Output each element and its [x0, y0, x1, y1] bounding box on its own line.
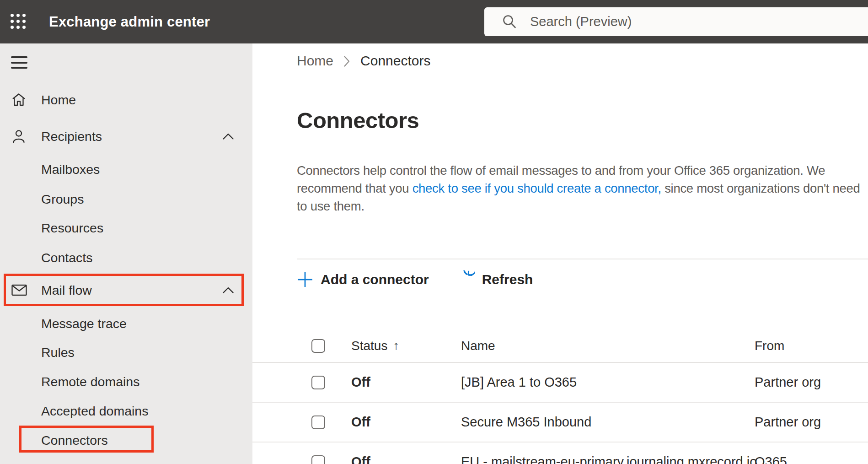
connectors-table: Status ↑ Name From Off [JB] Area 1 to O3…	[252, 329, 868, 464]
column-header-name[interactable]: Name	[461, 339, 755, 353]
toolbar-top-divider	[297, 259, 868, 259]
home-icon	[11, 93, 26, 107]
sidebar-item-resources[interactable]: Resources	[0, 213, 252, 243]
sidebar-item-mailboxes[interactable]: Mailboxes	[0, 155, 252, 184]
chevron-up-icon[interactable]	[222, 286, 234, 294]
row-name: EU - mailstream-eu-primary.journaling.mx…	[461, 454, 755, 464]
row-from: Partner org	[755, 415, 868, 430]
breadcrumb-current: Connectors	[360, 53, 430, 69]
app-title: Exchange admin center	[49, 0, 210, 43]
sidebar-item-label: Connectors	[0, 433, 108, 448]
refresh-icon	[456, 270, 475, 289]
table-header-row: Status ↑ Name From	[252, 329, 868, 363]
refresh-button[interactable]: Refresh	[456, 270, 533, 289]
mail-icon	[11, 285, 27, 296]
row-checkbox[interactable]	[311, 376, 325, 389]
global-search[interactable]	[484, 7, 868, 36]
status-header-label: Status	[351, 339, 387, 353]
top-app-bar: Exchange admin center	[0, 0, 868, 43]
sidebar-item-label: Rules	[0, 345, 75, 360]
sidebar-item-home[interactable]: Home	[0, 83, 252, 116]
sort-up-icon: ↑	[393, 339, 399, 353]
page-title: Connectors	[297, 108, 419, 133]
left-navigation: Home Recipients Mailboxes Groups Reso	[0, 43, 252, 464]
plus-icon	[297, 271, 313, 288]
sidebar-item-connectors[interactable]: Connectors	[0, 426, 252, 455]
table-row[interactable]: Off Secure M365 Inbound Partner org	[252, 403, 868, 442]
sidebar-item-groups[interactable]: Groups	[0, 184, 252, 214]
row-select-cell	[311, 376, 325, 389]
app-launcher-waffle-icon[interactable]	[11, 14, 26, 29]
sidebar-item-label: Resources	[0, 221, 103, 236]
row-select-cell	[311, 415, 325, 429]
sidebar-item-rules[interactable]: Rules	[0, 338, 252, 367]
row-select-cell	[311, 455, 325, 464]
column-header-status[interactable]: Status ↑	[351, 339, 461, 353]
table-row[interactable]: Off EU - mailstream-eu-primary.journalin…	[252, 442, 868, 464]
sidebar-item-label: Groups	[0, 192, 84, 207]
search-icon	[501, 13, 518, 31]
chevron-up-icon[interactable]	[222, 133, 234, 140]
create-connector-check-link[interactable]: check to see if you should create a conn…	[413, 181, 661, 195]
sidebar-item-label: Message trace	[0, 316, 127, 331]
row-from: Partner org	[755, 375, 868, 390]
add-connector-label: Add a connector	[321, 272, 429, 287]
page-description: Connectors help control the flow of emai…	[297, 162, 868, 215]
select-all-checkbox[interactable]	[311, 339, 325, 353]
breadcrumb: Home Connectors	[297, 52, 430, 70]
refresh-label: Refresh	[482, 272, 533, 287]
breadcrumb-home-link[interactable]: Home	[297, 53, 333, 69]
exchange-admin-center-window: Exchange admin center Home	[0, 0, 868, 464]
row-name: [JB] Area 1 to O365	[461, 375, 755, 390]
row-checkbox[interactable]	[311, 415, 325, 429]
column-header-from[interactable]: From	[755, 339, 868, 353]
command-toolbar: Add a connector Refresh	[297, 270, 533, 290]
hamburger-menu-icon[interactable]	[11, 56, 27, 69]
sidebar-item-label: Accepted domains	[0, 404, 148, 419]
sidebar-item-label: Mailboxes	[0, 162, 100, 177]
chevron-right-icon	[343, 55, 350, 67]
sidebar-item-message-trace[interactable]: Message trace	[0, 309, 252, 338]
sidebar-item-contacts[interactable]: Contacts	[0, 243, 252, 272]
sidebar-item-label: Contacts	[0, 250, 92, 265]
row-status: Off	[351, 375, 461, 390]
row-from: O365	[755, 454, 868, 464]
sidebar-item-mail-flow[interactable]: Mail flow	[0, 274, 252, 307]
row-checkbox[interactable]	[311, 455, 325, 464]
add-connector-button[interactable]: Add a connector	[297, 271, 429, 288]
row-status: Off	[351, 415, 461, 430]
select-all-cell	[311, 339, 325, 353]
row-name: Secure M365 Inbound	[461, 415, 755, 430]
search-input[interactable]	[530, 14, 804, 29]
sidebar-item-label: Remote domains	[0, 374, 139, 389]
sidebar-item-recipients[interactable]: Recipients	[0, 120, 252, 153]
sidebar-item-accepted-domains[interactable]: Accepted domains	[0, 396, 252, 426]
table-row[interactable]: Off [JB] Area 1 to O365 Partner org	[252, 363, 868, 403]
sidebar-item-remote-domains[interactable]: Remote domains	[0, 367, 252, 396]
main-content: Home Connectors Connectors Connectors he…	[252, 43, 868, 464]
row-status: Off	[351, 454, 461, 464]
person-icon	[11, 129, 26, 144]
